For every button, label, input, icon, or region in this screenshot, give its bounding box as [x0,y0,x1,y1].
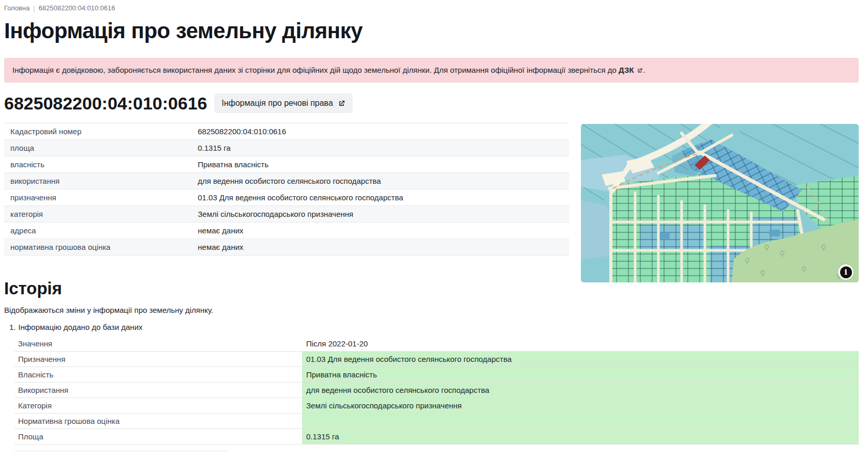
history-item-title: Інформацію додано до бази даних [19,323,143,331]
property-rights-button[interactable]: Інформація про речові права [214,93,353,113]
external-link-icon [637,68,643,74]
history-table-row: Площа0.1315 га [14,429,859,445]
breadcrumb: Головна|6825082200:04:010:0616 [4,4,868,12]
table-row: адресанемає даних [4,223,569,239]
property-rights-button-label: Інформація про речові права [222,99,333,108]
history-table-row: КатегоріяЗемлі сільськогосподарського пр… [14,398,859,414]
table-row: Кадастровий номер6825082200:04:010:0616 [4,123,569,140]
history-change-table: Значення Після 2022-01-20 Призначення01.… [14,336,859,445]
breadcrumb-home-link[interactable]: Головна [4,4,29,12]
table-row: нормативна грошова оцінканемає даних [4,239,569,256]
notice-banner: Інформація є довідковою, забороняється в… [4,58,859,83]
cadastral-map[interactable]: i [581,124,859,282]
history-list: 1.Інформацію додано до бази даних [4,322,868,332]
parcel-number: 6825082200:04:010:0616 [4,93,207,114]
table-row: використаннядля ведення особистого селян… [4,173,569,189]
history-table-row: Нормативна грошова оцінка [14,414,859,429]
history-table-header-row: Значення Після 2022-01-20 [14,336,859,352]
table-row: власністьПриватна власність [4,156,569,173]
table-row: категоріяЗемлі сільськогосподарського пр… [4,206,569,223]
page-title: Інформація про земельну ділянку [4,20,868,42]
history-item-index: 1. [9,323,16,331]
breadcrumb-current: 6825082200:04:010:0616 [39,4,115,12]
cadastral-map-graphic [581,124,859,282]
history-list-item: 1.Інформацію додано до бази даних [4,322,868,332]
table-row: площа0.1315 га [4,140,569,156]
next-history-item-divider [14,451,228,451]
external-link-icon [338,100,345,107]
breadcrumb-separator: | [33,4,35,12]
info-icon: i [840,266,852,278]
notice-text: Інформація є довідковою, забороняється в… [12,66,617,74]
notice-dzk-link[interactable]: ДЗК [619,66,634,74]
history-description: Відображаються зміни у інформації про зе… [4,305,868,315]
history-table-row: Використаннядля ведення особистого селян… [14,383,859,398]
history-table-row: Призначення01.03 Для ведення особистого … [14,352,859,367]
parcel-info-table: Кадастровий номер6825082200:04:010:0616 … [4,123,569,256]
table-row: призначення01.03 Для ведення особистого … [4,189,569,206]
notice-suffix: . [643,66,645,74]
map-info-button[interactable]: i [838,264,854,280]
history-table-row: ВласністьПриватна власність [14,367,859,383]
parcel-header-row: 6825082200:04:010:0616 Інформація про ре… [4,93,868,114]
